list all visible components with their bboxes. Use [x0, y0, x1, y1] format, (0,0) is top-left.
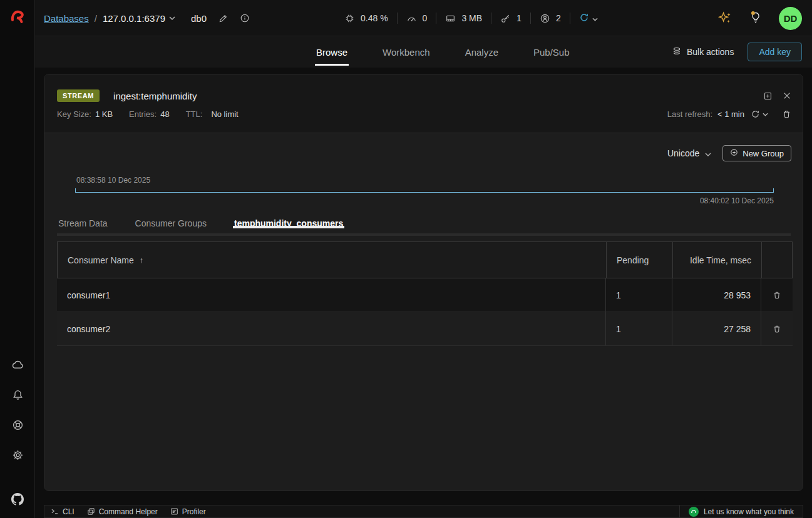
cli-button[interactable]: CLI	[51, 507, 75, 516]
subtab-consumers[interactable]: temphumidity_consumers	[233, 217, 344, 228]
column-actions	[762, 242, 793, 278]
command-helper-button[interactable]: Command Helper	[87, 507, 158, 516]
cloud-icon[interactable]	[11, 358, 24, 372]
delete-consumer-trash-icon[interactable]	[773, 291, 781, 300]
range-slider[interactable]	[75, 188, 774, 193]
tab-browse[interactable]: Browse	[315, 36, 349, 68]
tab-analyze[interactable]: Analyze	[464, 36, 500, 68]
close-icon[interactable]	[783, 91, 791, 100]
refresh-icon	[579, 13, 589, 24]
bulk-actions-button[interactable]: Bulk actions	[672, 46, 734, 58]
add-key-button[interactable]: Add key	[748, 43, 802, 61]
breadcrumb: Databases / 127.0.0.1:6379 db0	[44, 0, 250, 36]
command-helper-icon	[87, 507, 95, 515]
plus-circle-icon	[730, 148, 738, 158]
github-icon[interactable]	[0, 493, 35, 505]
db-index-label: db0	[191, 13, 207, 24]
memory-icon	[445, 13, 456, 24]
chevron-down-icon	[592, 13, 598, 23]
cpu-icon	[344, 13, 355, 24]
stream-range-filter: 08:38:58 10 Dec 2025 08:40:02 10 Dec 202…	[75, 173, 774, 208]
key-header: STREAM ingest:temphumidity	[44, 74, 803, 133]
redisinsight-app: Databases / 127.0.0.1:6379 db0	[0, 0, 812, 518]
overview-refresh-control[interactable]	[579, 13, 598, 24]
cpu-stat: 0.48 %	[344, 13, 388, 24]
key-entries: Entries: 48	[129, 109, 170, 119]
database-selector[interactable]: 127.0.0.1:6379	[103, 13, 175, 24]
top-header: Databases / 127.0.0.1:6379 db0	[35, 0, 812, 36]
stream-subtabs: Stream Data Consumer Groups temphumidity…	[57, 217, 791, 236]
cli-icon	[51, 507, 59, 515]
pending-cell: 1	[606, 312, 672, 345]
commands-stat: 0	[406, 13, 428, 24]
profiler-icon	[170, 507, 178, 515]
divider	[436, 13, 436, 24]
table-header-row: Consumer Name ↑ Pending Idle Time, msec	[57, 241, 793, 278]
subtab-stream-data[interactable]: Stream Data	[57, 217, 109, 228]
tab-workbench[interactable]: Workbench	[381, 36, 431, 68]
key-ttl[interactable]: TTL: No limit	[186, 109, 239, 119]
db-overview-stats: 0.48 % 0 3 MB	[344, 0, 598, 36]
redis-logo[interactable]	[0, 8, 35, 25]
consumer-name-cell: consumer1	[57, 278, 606, 312]
info-icon[interactable]	[240, 13, 250, 23]
feedback-button[interactable]: Let us know what you think	[679, 505, 803, 517]
breadcrumb-separator: /	[95, 13, 97, 24]
tab-pubsub[interactable]: Pub/Sub	[532, 36, 571, 68]
keys-icon	[500, 13, 511, 24]
sidebar	[0, 0, 35, 518]
feedback-icon	[689, 507, 699, 517]
delete-consumer-trash-icon[interactable]	[773, 325, 781, 333]
db-nav-tabs: Browse Workbench Analyze Pub/Sub Bulk ac…	[35, 36, 812, 68]
new-group-button[interactable]: New Group	[722, 145, 791, 161]
idle-time-cell: 28 953	[672, 278, 761, 312]
copilot-sparkles-icon[interactable]	[717, 11, 732, 26]
key-type-badge: STREAM	[57, 89, 100, 102]
avatar[interactable]: DD	[779, 7, 802, 30]
consumer-name-cell: consumer2	[57, 312, 606, 345]
key-details-panel: STREAM ingest:temphumidity	[44, 74, 803, 491]
column-idle-time[interactable]: Idle Time, msec	[673, 242, 762, 278]
divider	[530, 13, 531, 24]
table-row[interactable]: consumer2 1 27 258	[57, 312, 793, 346]
stream-view: Unicode New Group 08:38:58 10 Dec 2025	[44, 134, 803, 490]
sort-ascending-icon: ↑	[140, 255, 144, 265]
notifications-bell-icon[interactable]	[11, 388, 24, 402]
memory-stat: 3 MB	[445, 13, 482, 24]
clients-icon	[540, 13, 550, 24]
key-name[interactable]: ingest:temphumidity	[113, 91, 197, 101]
divider	[570, 13, 570, 24]
idle-time-cell: 27 258	[672, 312, 761, 345]
column-pending[interactable]: Pending	[607, 242, 673, 278]
layers-icon	[672, 46, 682, 58]
range-start-label: 08:38:58 10 Dec 2025	[76, 176, 150, 185]
range-end-label: 08:40:02 10 Dec 2025	[700, 196, 774, 205]
keys-stat: 1	[500, 13, 522, 24]
bottom-toolbar: CLI Command Helper Profiler	[44, 505, 803, 518]
divider	[491, 13, 491, 24]
edit-pencil-icon[interactable]	[218, 14, 228, 23]
divider	[397, 13, 398, 24]
encoding-select[interactable]: Unicode	[667, 148, 711, 158]
breadcrumb-databases-link[interactable]: Databases	[44, 13, 89, 24]
notifications-lightbulb-icon[interactable]	[749, 11, 763, 26]
refresh-icon[interactable]	[751, 109, 760, 119]
clients-stat: 2	[540, 13, 561, 24]
chevron-down-icon[interactable]	[763, 113, 768, 116]
chevron-down-icon	[705, 148, 711, 158]
pending-cell: 1	[606, 278, 672, 312]
column-consumer-name[interactable]: Consumer Name ↑	[58, 242, 607, 278]
settings-gear-icon[interactable]	[11, 448, 24, 462]
key-size: Key Size: 1 KB	[57, 109, 113, 119]
table-row[interactable]: consumer1 1 28 953	[57, 278, 793, 312]
consumers-table: Consumer Name ↑ Pending Idle Time, msec …	[57, 241, 793, 346]
chevron-down-icon	[169, 16, 175, 20]
delete-key-trash-icon[interactable]	[782, 109, 791, 119]
help-lifebuoy-icon[interactable]	[11, 418, 24, 432]
subtab-consumer-groups[interactable]: Consumer Groups	[134, 217, 208, 228]
expand-icon[interactable]	[763, 91, 773, 101]
profiler-button[interactable]: Profiler	[170, 507, 206, 516]
commands-gauge-icon	[406, 13, 417, 24]
last-refresh: Last refresh: < 1 min	[667, 109, 768, 119]
